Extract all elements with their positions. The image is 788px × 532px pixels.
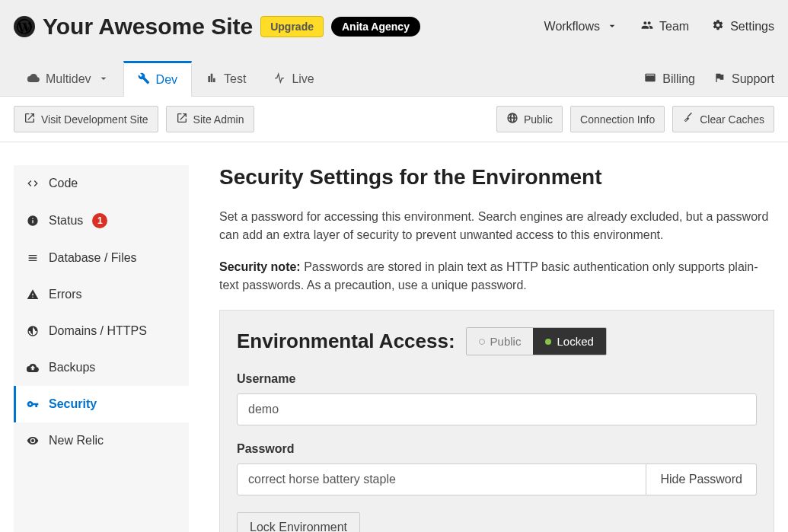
sidebar-item-security[interactable]: Security [14, 386, 189, 422]
bar-chart-icon [206, 72, 218, 87]
tab-live[interactable]: Live [260, 62, 327, 96]
security-note: Security note: Passwords are stored in p… [219, 258, 774, 295]
wrench-icon [138, 72, 150, 88]
clear-caches-button[interactable]: Clear Caches [672, 106, 774, 132]
sidebar-item-label: Domains / HTTPS [49, 324, 147, 338]
panel-heading: Environmental Access: [237, 330, 455, 353]
chevron-down-icon [606, 20, 618, 35]
tab-test[interactable]: Test [192, 62, 260, 96]
hide-password-button[interactable]: Hide Password [646, 464, 757, 495]
sidebar-item-label: Backups [49, 361, 95, 374]
page-title: Security Settings for the Environment [219, 165, 774, 190]
sidebar-item-database[interactable]: Database / Files [14, 240, 189, 276]
radio-on-icon [545, 339, 551, 345]
eye-icon [26, 435, 40, 447]
site-admin-button[interactable]: Site Admin [166, 106, 254, 132]
database-icon [26, 252, 40, 264]
sidebar-item-label: Database / Files [49, 251, 137, 265]
username-label: Username [237, 372, 757, 386]
settings-label: Settings [730, 20, 774, 33]
team-label: Team [659, 20, 689, 33]
flag-icon [713, 72, 726, 87]
card-icon [644, 72, 656, 87]
label: Public [524, 113, 553, 126]
tab-dev[interactable]: Dev [123, 61, 192, 97]
team-link[interactable]: Team [641, 19, 689, 34]
sidebar-item-newrelic[interactable]: New Relic [14, 422, 189, 459]
tab-label: Dev [156, 73, 177, 87]
password-label: Password [237, 442, 757, 456]
team-icon [641, 19, 653, 34]
support-link[interactable]: Support [713, 72, 774, 87]
tab-multidev[interactable]: Multidev [14, 62, 123, 96]
sidebar-item-label: Errors [49, 288, 82, 301]
globe-icon [506, 112, 518, 126]
username-input[interactable] [237, 393, 757, 425]
cloud-up-icon [26, 362, 40, 374]
password-input[interactable] [237, 464, 646, 495]
globe-icon [26, 325, 40, 337]
lock-environment-button[interactable]: Lock Environment [237, 512, 360, 532]
sidebar-item-domains[interactable]: Domains / HTTPS [14, 313, 189, 349]
sidebar-item-code[interactable]: Code [14, 165, 189, 202]
label: Public [490, 335, 522, 348]
workflows-menu[interactable]: Workflows [544, 19, 619, 34]
sidebar-item-label: Code [49, 177, 78, 190]
billing-label: Billing [662, 72, 695, 86]
page-description: Set a password for accessing this enviro… [219, 208, 774, 244]
wordpress-logo-icon [14, 16, 35, 37]
sidebar-item-label: New Relic [49, 434, 104, 448]
sidebar-item-status[interactable]: Status 1 [14, 202, 189, 240]
security-note-text: Passwords are stored in plain text as HT… [219, 260, 758, 291]
site-title: Your Awesome Site [43, 14, 253, 40]
environment-access-panel: Environmental Access: Public Locked User… [219, 310, 774, 532]
label: Connection Info [580, 113, 655, 126]
sidebar-item-backups[interactable]: Backups [14, 349, 189, 386]
workflows-label: Workflows [544, 20, 601, 33]
security-note-label: Security note: [219, 260, 301, 273]
radio-off-icon [479, 339, 485, 345]
access-locked-option[interactable]: Locked [533, 328, 605, 355]
access-toggle: Public Locked [466, 327, 607, 355]
label: Visit Development Site [41, 113, 148, 126]
visit-site-button[interactable]: Visit Development Site [14, 106, 158, 132]
sidebar-item-errors[interactable]: Errors [14, 276, 189, 313]
status-badge: 1 [92, 213, 107, 228]
pulse-icon [273, 72, 286, 87]
sidebar-item-label: Security [49, 397, 97, 411]
chevron-down-icon [97, 72, 110, 88]
sidebar: Code Status 1 Database / Files Errors [14, 165, 189, 532]
connection-info-button[interactable]: Connection Info [570, 106, 665, 132]
access-public-option[interactable]: Public [467, 328, 534, 355]
public-button[interactable]: Public [496, 106, 563, 132]
key-icon [26, 398, 40, 410]
warning-icon [26, 288, 40, 301]
label: Clear Caches [700, 113, 764, 126]
tab-label: Test [224, 72, 246, 86]
label: Locked [557, 335, 593, 348]
label: Site Admin [193, 113, 244, 126]
agency-badge[interactable]: Anita Agency [331, 17, 420, 37]
tab-label: Live [292, 72, 314, 86]
upgrade-button[interactable]: Upgrade [260, 16, 324, 37]
billing-link[interactable]: Billing [644, 72, 695, 87]
settings-link[interactable]: Settings [712, 19, 774, 34]
info-icon [26, 215, 40, 227]
external-link-icon [24, 112, 36, 126]
external-link-icon [176, 112, 188, 126]
support-label: Support [732, 72, 774, 86]
code-icon [26, 177, 40, 190]
gear-icon [712, 19, 724, 34]
sidebar-item-label: Status [49, 214, 83, 228]
broom-icon [682, 112, 694, 126]
tab-label: Multidev [46, 72, 91, 86]
cloud-icon [27, 72, 40, 87]
